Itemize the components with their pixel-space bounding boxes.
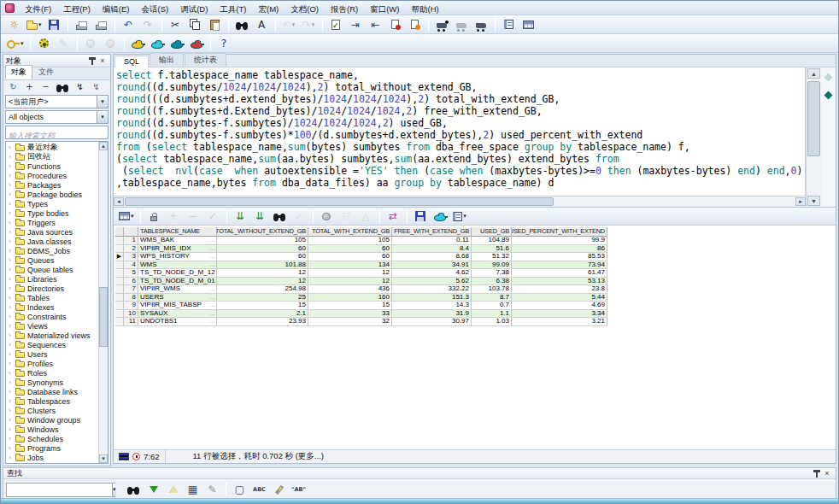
column-header-3[interactable]: FREE_WITH_EXTEND_GB	[392, 227, 472, 237]
breakpoint-button[interactable]	[386, 16, 404, 32]
editor-tab-1[interactable]: 输出	[150, 53, 184, 67]
status-message[interactable]: 11 行被选择，耗时 0.702 秒 (更多...)	[166, 451, 324, 462]
fetch-all-button[interactable]: ⇊	[251, 208, 269, 225]
expander-icon[interactable]: ›	[9, 190, 15, 198]
print-preview-button[interactable]	[92, 16, 110, 32]
expander-icon[interactable]: ›	[9, 303, 15, 311]
single-record-view-button[interactable]: ⇄	[384, 208, 402, 225]
to-do-list-button[interactable]	[500, 16, 518, 32]
tree-item[interactable]: ›Type bodies	[6, 208, 98, 218]
tablespace-name-cell[interactable]: TS_TD_NODE_D_M_01…	[138, 278, 217, 286]
editor-tab-0[interactable]: SQL	[114, 56, 149, 67]
apply-button[interactable]: ✓	[290, 208, 308, 225]
table-row[interactable]: 9VIPIIR_MIS_TABSP…151514.30.74.69	[115, 302, 607, 310]
expander-icon[interactable]: ›	[9, 388, 15, 396]
value-cell[interactable]: 23.93	[217, 318, 308, 326]
expander-icon[interactable]: ›	[9, 369, 15, 377]
menu-item-0[interactable]: 文件(F)	[19, 3, 57, 15]
tree-item[interactable]: ›Queues	[6, 255, 98, 265]
pin-button[interactable]	[87, 56, 97, 66]
value-cell[interactable]: 105	[217, 237, 308, 245]
test-window-button[interactable]	[188, 35, 206, 51]
grid-menu-button[interactable]: ▾	[117, 208, 136, 225]
tree-item[interactable]: ›Sequences	[6, 340, 98, 349]
fetch-next-page-button[interactable]: ⇊	[232, 208, 249, 225]
copy-to-excel-button[interactable]	[431, 208, 449, 225]
paste-button[interactable]	[206, 16, 224, 32]
chevron-down-icon[interactable]: ▾	[463, 213, 466, 220]
tablespace-name-cell[interactable]: UNDOTBS1…	[138, 318, 217, 326]
find-next-button[interactable]	[144, 482, 162, 498]
expander-icon[interactable]: ›	[9, 247, 15, 255]
value-cell[interactable]: 160	[308, 294, 392, 302]
find-next-button[interactable]: A	[253, 16, 271, 32]
highlight-all-button[interactable]	[270, 482, 288, 498]
menu-item-9[interactable]: 窗口(W)	[364, 3, 405, 15]
tree-item[interactable]: ›Views	[6, 321, 98, 331]
value-cell[interactable]: 12	[217, 269, 308, 278]
value-cell[interactable]: 12	[308, 278, 392, 286]
value-cell[interactable]: 4.69	[512, 302, 607, 310]
tablespace-name-cell[interactable]: SYSAUX…	[138, 310, 217, 319]
value-cell[interactable]: 4.62	[392, 269, 472, 278]
sql-window-button[interactable]	[129, 35, 147, 51]
filter-button[interactable]: ↯	[73, 81, 87, 94]
tree-item[interactable]: ›Roles	[6, 368, 98, 378]
menu-item-8[interactable]: 报告(R)	[325, 3, 364, 15]
expander-icon[interactable]: ›	[9, 331, 15, 339]
value-cell[interactable]: 25	[217, 294, 308, 302]
scroll-up-icon[interactable]: ▲	[99, 142, 108, 150]
tree-item[interactable]: ›Triggers	[6, 218, 98, 227]
expander-icon[interactable]: ›	[9, 416, 15, 424]
value-cell[interactable]: 12	[308, 269, 392, 278]
window-scope-button[interactable]: ▢	[231, 482, 249, 498]
tree-item[interactable]: ›Tablespaces	[6, 396, 98, 406]
table-row[interactable]: 2VIPIIR_MIS_IDX…60608.451.686	[115, 245, 607, 254]
scroll-down-icon[interactable]: ▼	[99, 454, 108, 463]
tree-item[interactable]: ›Synonyms	[6, 378, 98, 387]
value-cell[interactable]: 30.97	[392, 318, 472, 326]
menu-item-5[interactable]: 工具(T)	[214, 3, 252, 15]
table-row[interactable]: 11UNDOTBS1…23.933230.971.033.21	[115, 318, 607, 326]
value-cell[interactable]: 15	[308, 302, 392, 310]
close-find-button[interactable]: ×	[822, 469, 832, 478]
expander-icon[interactable]: ›	[9, 397, 15, 405]
menu-item-7[interactable]: 文档(O)	[285, 3, 325, 15]
expander-icon[interactable]: ›	[9, 219, 15, 226]
row-number-cell[interactable]: 6	[124, 278, 138, 286]
expander-icon[interactable]: ›	[9, 360, 15, 367]
sidebar-tab-0[interactable]: 对象	[5, 65, 32, 79]
row-number-cell[interactable]: 2	[124, 245, 138, 254]
find-previous-button[interactable]	[164, 482, 182, 498]
value-cell[interactable]: 86	[512, 245, 607, 254]
save-button[interactable]	[45, 16, 63, 32]
command-window-button[interactable]	[168, 35, 186, 51]
value-cell[interactable]: 134	[308, 261, 392, 270]
menu-item-2[interactable]: 编辑(E)	[97, 3, 136, 15]
post-button[interactable]: ✓	[204, 208, 222, 225]
editor-horizontal-scrollbar[interactable]: ◂ ▸	[114, 196, 806, 207]
tree-item[interactable]: ›Java classes	[6, 237, 98, 246]
expander-icon[interactable]: ›	[9, 463, 15, 464]
tree-item[interactable]: ›Directories	[6, 284, 98, 293]
row-number-cell[interactable]: 7	[124, 285, 138, 294]
find-in-grid-button[interactable]	[271, 208, 289, 225]
indent-button[interactable]: ⇥	[347, 16, 365, 32]
tree-item[interactable]: ›Windows	[6, 425, 98, 434]
expander-icon[interactable]: ›	[9, 172, 15, 179]
lock-button[interactable]	[145, 208, 163, 225]
tree-item[interactable]: ›Window groups	[6, 415, 98, 425]
value-cell[interactable]: 73.94	[512, 261, 607, 270]
editor-vertical-scrollbar[interactable]: ▲ ▼	[806, 67, 821, 207]
new-button[interactable]: ☼	[5, 16, 23, 32]
column-header-0[interactable]: TABLESPACE_NAME	[138, 227, 217, 237]
tablespace-name-cell[interactable]: VIPIIR_MIS_IDX…	[138, 245, 217, 254]
editor-hscrollbar-thumb[interactable]	[125, 197, 554, 206]
tree-item[interactable]: ›Java sources	[6, 227, 98, 237]
in-selection-button[interactable]: ▦	[184, 482, 202, 498]
value-cell[interactable]: 5.62	[392, 278, 472, 286]
value-cell[interactable]: 60	[217, 253, 308, 261]
expander-icon[interactable]: ›	[9, 350, 15, 358]
value-cell[interactable]: 23.8	[512, 285, 607, 294]
tree-item[interactable]: ›Profiles	[6, 359, 98, 368]
